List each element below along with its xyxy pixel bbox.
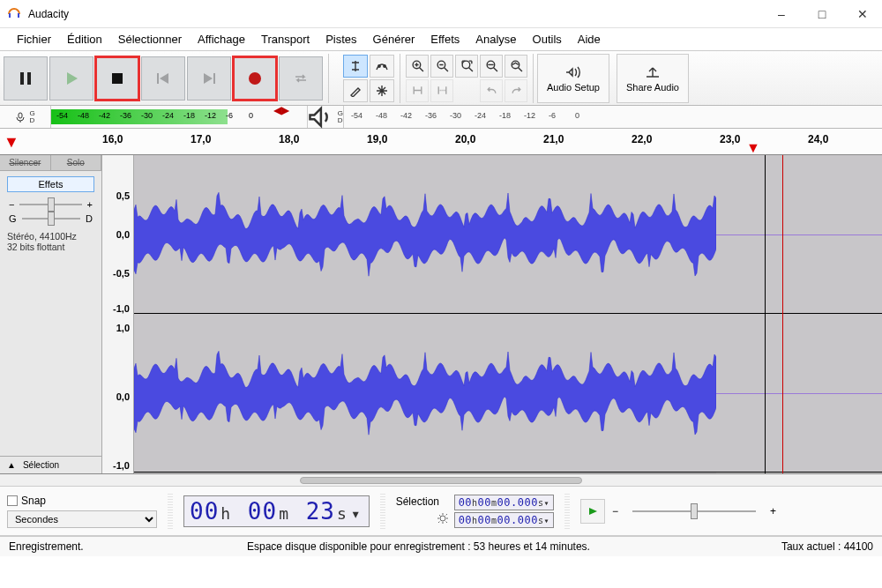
ytick: -0,5 [113, 268, 130, 279]
svg-rect-8 [213, 73, 215, 84]
stop-button[interactable] [95, 56, 139, 100]
selection-start-display[interactable]: 00h00m00.000s▾ [454, 495, 554, 510]
mute-button[interactable]: Silencer [0, 155, 51, 170]
pan-slider[interactable]: G D [0, 212, 101, 226]
svg-rect-18 [19, 113, 22, 118]
t: 00.000 [497, 514, 538, 526]
menu-bar: Fichier Édition Sélectionner Affichage T… [0, 28, 882, 51]
svg-point-12 [384, 64, 385, 66]
ruler-label: 23,0 [720, 133, 740, 145]
audio-setup-button[interactable]: Audio Setup [537, 54, 609, 103]
solo-button[interactable]: Solo [51, 155, 102, 170]
play-tick: -24 [475, 111, 486, 120]
playback-speed-slider[interactable] [632, 510, 756, 512]
track-control-panel: Silencer Solo Effets − + G D Stéréo, 441… [0, 155, 102, 473]
rec-tick: -54 [56, 111, 68, 120]
status-disk-space: Espace disque disponible pour enregistre… [247, 540, 590, 553]
menu-affichage[interactable]: Affichage [190, 29, 253, 49]
effects-button[interactable]: Effets [7, 176, 94, 192]
waveform-area[interactable] [134, 155, 882, 473]
menu-effets[interactable]: Effets [422, 29, 467, 49]
play-at-speed: − + [580, 499, 776, 524]
track-format-info: Stéréo, 44100Hz 32 bits flottant [0, 226, 101, 257]
gain-plus-label: + [87, 199, 93, 210]
recording-meter[interactable]: -54 -48 -42 -36 -30 -24 -18 -12 -6 0 ◀▶ [51, 106, 307, 128]
selection-end-display[interactable]: 00h00m00.000s▾ [454, 512, 554, 528]
menu-analyse[interactable]: Analyse [467, 29, 524, 49]
ruler-label: 16,0 [102, 133, 123, 145]
play-tick: -12 [524, 111, 535, 120]
menu-pistes[interactable]: Pistes [318, 29, 364, 49]
selection-tool-icon[interactable] [343, 55, 368, 78]
svg-rect-2 [20, 72, 24, 85]
undo-icon[interactable] [480, 79, 503, 102]
pause-button[interactable] [4, 56, 48, 100]
play-start-marker-icon[interactable]: ▼ [4, 138, 19, 146]
skip-start-button[interactable] [141, 56, 185, 100]
silence-icon[interactable] [430, 79, 453, 102]
rec-tick: -36 [120, 111, 131, 120]
rec-tick: -12 [205, 111, 216, 120]
zoom-fit-sel-icon[interactable] [455, 55, 478, 78]
playback-meter[interactable]: -54 -48 -42 -36 -30 -24 -18 -12 -6 0 [344, 106, 882, 128]
title-bar: Audacity – □ ✕ [0, 0, 882, 28]
zoom-in-icon[interactable] [406, 55, 429, 78]
loop-button[interactable] [279, 56, 323, 100]
skip-end-button[interactable] [187, 56, 231, 100]
gain-minus-label: − [9, 199, 14, 210]
close-icon[interactable]: ✕ [854, 7, 871, 21]
gain-slider[interactable]: − + [0, 197, 101, 212]
transport-controls [4, 54, 329, 103]
menu-selectionner[interactable]: Sélectionner [110, 29, 190, 49]
menu-edition[interactable]: Édition [59, 29, 110, 49]
timeline-ruler[interactable]: 16,0 17,0 18,0 19,0 20,0 21,0 22,0 23,0 … [102, 129, 882, 154]
maximize-icon[interactable]: □ [813, 7, 831, 21]
toolbar-row: Audio Setup Share Audio [0, 51, 882, 106]
snap-unit-select[interactable]: Secondes [7, 510, 157, 528]
play-meter-speaker[interactable]: G D [307, 106, 344, 128]
track-bits-label: 32 bits flottant [7, 242, 94, 252]
play-at-speed-button[interactable] [580, 499, 605, 524]
redo-icon[interactable] [505, 79, 527, 102]
audio-position-display[interactable]: 00h 00m 23s▾ [183, 495, 370, 527]
share-audio-button[interactable]: Share Audio [617, 54, 689, 103]
play-button[interactable] [49, 56, 93, 100]
zoom-fit-icon[interactable] [480, 55, 503, 78]
selection-gear-icon[interactable] [396, 512, 449, 527]
audio-setup-label: Audio Setup [547, 82, 600, 93]
menu-generer[interactable]: Générer [365, 29, 423, 49]
menu-fichier[interactable]: Fichier [9, 29, 59, 49]
record-meter-mic[interactable]: G D [0, 106, 51, 128]
pan-left-label: G [9, 213, 17, 224]
status-bar: Enregistrement. Espace disque disponible… [0, 536, 882, 556]
status-sample-rate: Taux actuel : 44100 [781, 540, 873, 553]
ruler-label: 18,0 [279, 133, 299, 145]
playhead-marker-icon[interactable]: ▼ [746, 140, 760, 156]
menu-outils[interactable]: Outils [525, 29, 570, 49]
snap-checkbox[interactable] [7, 495, 18, 506]
multi-tool-icon[interactable] [370, 79, 394, 102]
ruler-label: 24,0 [808, 133, 828, 145]
collapse-track-icon[interactable]: ▲ [7, 460, 16, 470]
horizontal-scrollbar[interactable] [0, 474, 882, 487]
record-button[interactable] [233, 56, 277, 100]
time-toolbar: Snap Secondes 00h 00m 23s▾ Sélection 00h… [0, 487, 882, 536]
zoom-toggle-icon[interactable] [505, 55, 527, 78]
svg-rect-3 [27, 72, 31, 85]
play-tick: -36 [425, 111, 437, 120]
envelope-tool-icon[interactable] [370, 55, 394, 78]
status-state: Enregistrement. [9, 540, 229, 553]
time-hours: 00 [190, 498, 219, 525]
svg-point-15 [462, 61, 470, 69]
svg-rect-5 [112, 73, 123, 84]
minimize-icon[interactable]: – [773, 7, 790, 21]
zoom-out-icon[interactable] [430, 55, 453, 78]
menu-transport[interactable]: Transport [253, 29, 318, 49]
draw-tool-icon[interactable] [343, 79, 368, 102]
selection-label: Sélection [396, 495, 449, 508]
track-selection-label: Sélection [23, 460, 59, 470]
ytick: 1,0 [116, 323, 130, 333]
menu-aide[interactable]: Aide [570, 29, 609, 49]
svg-marker-20 [589, 508, 597, 515]
trim-icon[interactable] [406, 79, 429, 102]
